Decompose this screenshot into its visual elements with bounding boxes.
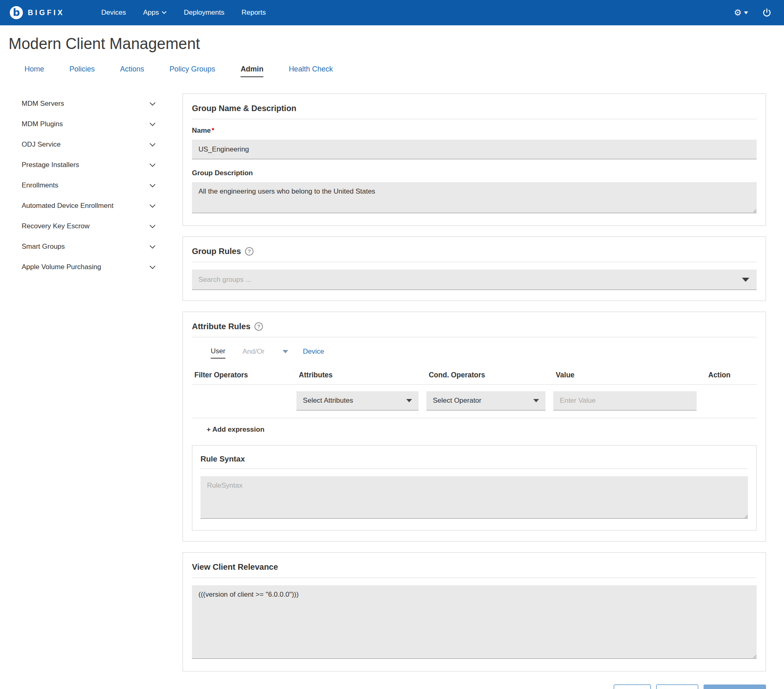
primary-nav: Devices Apps Deployments Reports <box>84 9 266 17</box>
sidebar-item-label: ODJ Service <box>22 140 60 149</box>
logout-button[interactable] <box>762 8 772 18</box>
operator-select[interactable]: Select Operator <box>426 391 546 410</box>
brand-name: BIGFIX <box>28 9 65 17</box>
operator-select-value: Select Operator <box>433 397 481 405</box>
sidebar-item-mdm-servers[interactable]: MDM Servers <box>22 94 157 114</box>
column-value: Value <box>553 367 706 384</box>
chevron-down-icon <box>149 225 156 228</box>
sidebar-item-label: Enrollments <box>22 181 58 190</box>
column-cond-operators: Cond. Operators <box>426 367 553 384</box>
sidebar-item-label: Recovery Key Escrow <box>22 222 89 230</box>
tab-health-check[interactable]: Health Check <box>289 65 333 77</box>
nav-item-apps[interactable]: Apps <box>143 9 167 17</box>
attribute-rule-row: Select Attributes Select Operator <box>192 385 757 418</box>
create-group-button[interactable]: Create Group <box>704 685 766 689</box>
chevron-down-icon <box>744 11 748 14</box>
chevron-down-icon <box>149 245 156 249</box>
chevron-down-icon <box>149 102 156 106</box>
tab-policies[interactable]: Policies <box>69 65 95 77</box>
page-title: Modern Client Management <box>9 35 784 53</box>
sidebar-item-automated-device-enrollment[interactable]: Automated Device Enrollment <box>22 196 157 216</box>
divider <box>192 119 757 119</box>
dropdown-caret-icon[interactable] <box>742 278 749 282</box>
main-form: Group Name & Description Name* Group Des… <box>183 94 766 682</box>
divider <box>200 468 748 469</box>
group-description-label: Group Description <box>192 169 757 177</box>
rule-syntax-panel: Rule Syntax <box>192 445 757 531</box>
sidebar-item-apple-volume-purchasing[interactable]: Apple Volume Purchasing <box>22 257 157 277</box>
nav-item-deployments[interactable]: Deployments <box>184 9 224 17</box>
attributes-select[interactable]: Select Attributes <box>296 391 419 410</box>
group-rules-title: Group Rules <box>192 247 241 256</box>
sidebar-item-mdm-plugins[interactable]: MDM Plugins <box>22 114 157 134</box>
sidebar-item-label: Smart Groups <box>22 243 65 251</box>
sidebar-item-label: MDM Servers <box>22 100 64 108</box>
cancel-button[interactable]: Cancel <box>656 685 698 689</box>
nav-item-apps-label: Apps <box>143 9 159 17</box>
power-icon <box>762 8 772 18</box>
chevron-down-icon <box>283 350 288 353</box>
attribute-rules-tabs: User And/Or Device <box>192 345 757 367</box>
tab-user[interactable]: User <box>211 347 225 359</box>
attribute-rules-header-row: Filter Operators Attributes Cond. Operat… <box>192 367 757 384</box>
group-rules-panel: Group Rules ? <box>183 236 766 301</box>
chevron-down-icon <box>149 265 156 269</box>
chevron-down-icon <box>149 143 156 147</box>
tab-device[interactable]: Device <box>303 348 324 358</box>
divider <box>192 578 757 578</box>
sidebar-item-recovery-key-escrow[interactable]: Recovery Key Escrow <box>22 216 157 236</box>
sidebar-item-label: Apple Volume Purchasing <box>22 263 101 271</box>
gear-icon: ⚙ <box>734 9 742 17</box>
attributes-select-value: Select Attributes <box>303 397 353 405</box>
sidebar-item-label: Prestage Installers <box>22 161 79 169</box>
attribute-rules-panel: Attribute Rules ? User And/Or Device Fil… <box>183 312 766 542</box>
rule-syntax-textarea[interactable] <box>200 476 748 519</box>
sidebar-item-label: MDM Plugins <box>22 120 63 128</box>
divider <box>192 262 757 262</box>
chevron-down-icon <box>149 163 156 167</box>
andor-dropdown[interactable]: And/Or <box>243 348 288 358</box>
chevron-down-icon <box>533 399 539 402</box>
nav-item-devices[interactable]: Devices <box>101 9 126 17</box>
tab-actions[interactable]: Actions <box>120 65 144 77</box>
settings-menu[interactable]: ⚙ <box>734 9 748 17</box>
sidebar-item-prestage-installers[interactable]: Prestage Installers <box>22 155 157 175</box>
tab-policy-groups[interactable]: Policy Groups <box>169 65 215 77</box>
client-relevance-textarea[interactable]: (((version of client >= "6.0.0.0"))) <box>192 585 757 659</box>
help-icon[interactable]: ? <box>245 247 254 256</box>
divider <box>192 418 757 418</box>
help-icon[interactable]: ? <box>254 322 263 331</box>
tab-admin[interactable]: Admin <box>241 65 263 77</box>
divider <box>192 337 757 337</box>
sidebar-item-smart-groups[interactable]: Smart Groups <box>22 236 157 257</box>
column-action: Action <box>706 367 757 384</box>
content-area: MDM Servers MDM Plugins ODJ Service Pres… <box>0 77 784 682</box>
required-marker: * <box>212 127 214 134</box>
bigfix-logo-icon: b <box>10 6 23 19</box>
page-tabs: Home Policies Actions Policy Groups Admi… <box>0 53 784 77</box>
chevron-down-icon <box>149 184 156 187</box>
chevron-down-icon <box>149 123 156 126</box>
name-label-text: Name <box>192 127 211 134</box>
group-description-textarea[interactable]: All the engineering users who belong to … <box>192 182 757 213</box>
chevron-down-icon <box>162 11 167 14</box>
value-input[interactable] <box>553 391 697 410</box>
client-relevance-panel: View Client Relevance (((version of clie… <box>183 552 766 671</box>
sidebar-item-enrollments[interactable]: Enrollments <box>22 175 157 196</box>
nav-item-reports[interactable]: Reports <box>241 9 266 17</box>
tab-home[interactable]: Home <box>24 65 44 77</box>
bigfix-brand[interactable]: b BIGFIX <box>10 6 65 19</box>
admin-sidebar: MDM Servers MDM Plugins ODJ Service Pres… <box>22 94 157 682</box>
rule-syntax-title: Rule Syntax <box>200 455 748 464</box>
client-relevance-title: View Client Relevance <box>192 562 757 572</box>
add-expression-link[interactable]: + Add expression <box>207 426 265 434</box>
sidebar-item-odj-service[interactable]: ODJ Service <box>22 134 157 155</box>
clear-button[interactable]: Clear <box>614 685 651 689</box>
group-search-input[interactable] <box>192 270 757 290</box>
group-name-input[interactable] <box>192 140 757 159</box>
group-name-description-title: Group Name & Description <box>192 104 757 113</box>
attribute-rules-title: Attribute Rules <box>192 322 250 331</box>
column-filter-operators: Filter Operators <box>192 367 296 384</box>
group-name-description-panel: Group Name & Description Name* Group Des… <box>183 94 766 226</box>
andor-label: And/Or <box>243 348 265 356</box>
